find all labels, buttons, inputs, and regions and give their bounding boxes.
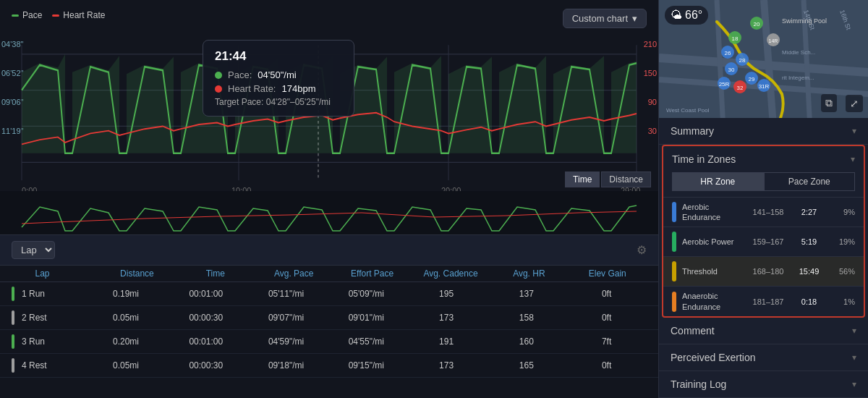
summary-chevron: ▾ — [852, 126, 856, 136]
zones-label: Time in Zones — [672, 153, 736, 165]
tooltip-hr-label: Heart Rate: — [228, 83, 276, 94]
tooltip-time: 21:44 — [215, 49, 342, 64]
tooltip-pace-label: Pace: — [228, 69, 252, 80]
training-log-header[interactable]: Training Log ▾ — [659, 371, 868, 397]
tooltip-hr-dot — [215, 85, 222, 93]
pace-legend: Pace — [12, 10, 42, 20]
perceived-exertion-label: Perceived Exertion — [671, 352, 756, 363]
time-distance-controls: Time Distance — [565, 172, 651, 187]
temperature-badge: 🌤 66° — [665, 6, 708, 25]
chart-area: Pace Heart Rate Custom chart ▾ 04'38" 06… — [0, 0, 658, 235]
hr-legend-color — [52, 14, 59, 17]
perceived-exertion-section: Perceived Exertion ▾ — [659, 344, 868, 371]
zone-row: Threshold 168–180 15:49 56% — [663, 256, 864, 286]
col-avg-pace: Avg. Pace — [255, 268, 333, 279]
col-effort-pace: Effort Pace — [333, 268, 411, 279]
chart-legend: Pace Heart Rate — [12, 10, 105, 20]
time-in-zones-section: Time in Zones ▾ HR Zone Pace Zone Aerobi… — [662, 145, 865, 318]
training-log-label: Training Log — [671, 378, 726, 390]
svg-text:32: 32 — [737, 85, 744, 91]
time-button[interactable]: Time — [565, 172, 600, 187]
chevron-down-icon: ▾ — [632, 13, 637, 24]
svg-text:31R: 31R — [759, 83, 770, 90]
zones-section-header[interactable]: Time in Zones ▾ — [663, 146, 864, 172]
comment-label: Comment — [671, 325, 715, 336]
table-header: Lap ⚙ — [0, 235, 658, 266]
pace-legend-color — [12, 14, 19, 17]
table-row[interactable]: 1 Run 0.19mi 00:01:00 05'11"/mi 05'09"/m… — [0, 282, 658, 306]
tooltip-pace-row: Pace: 04'50"/mi — [215, 69, 342, 80]
right-panel: 16th St 14th St Middle Sch... rit Intege… — [658, 0, 868, 398]
training-log-section: Training Log ▾ — [659, 371, 868, 398]
comment-chevron: ▾ — [852, 326, 856, 336]
table-row[interactable]: 3 Run 0.20mi 00:01:00 04'59"/mi 04'55"/m… — [0, 330, 658, 354]
perceived-exertion-header[interactable]: Perceived Exertion ▾ — [659, 344, 868, 371]
svg-text:rit Integem...: rit Integem... — [782, 75, 814, 81]
left-panel: Pace Heart Rate Custom chart ▾ 04'38" 06… — [0, 0, 658, 398]
table-row[interactable]: 4 Rest 0.05mi 00:00:30 09'18"/mi 09'15"/… — [0, 354, 658, 378]
tooltip-hr-value: 174bpm — [281, 83, 315, 94]
map-layers-button[interactable]: ⧉ — [821, 94, 837, 112]
zone-row: Aerobic Endurance 141–158 2:27 9% — [663, 197, 864, 227]
col-avg-hr: Avg. HR — [490, 268, 568, 279]
summary-label: Summary — [671, 125, 714, 137]
tooltip-target-value: 04'28"–05'25"/mi — [266, 97, 331, 107]
custom-chart-label: Custom chart — [572, 13, 628, 24]
table-row[interactable]: 2 Rest 0.05mi 00:00:30 09'07"/mi 09'01"/… — [0, 306, 658, 330]
lap-select[interactable]: Lap — [12, 241, 55, 259]
col-avg-cadence: Avg. Cadence — [412, 268, 490, 279]
mini-chart-svg — [0, 191, 658, 234]
mini-chart-area — [0, 191, 658, 234]
col-time: Time — [176, 268, 255, 279]
svg-text:Middle Sch...: Middle Sch... — [782, 49, 815, 56]
tooltip-hr-row: Heart Rate: 174bpm — [215, 83, 342, 94]
col-lap: Lap — [35, 268, 98, 279]
chart-tooltip: 21:44 Pace: 04'50"/mi Heart Rate: 174bpm… — [203, 40, 354, 117]
svg-text:26: 26 — [725, 50, 731, 56]
weather-icon: 🌤 — [671, 9, 682, 22]
summary-header[interactable]: Summary ▾ — [659, 118, 868, 144]
hr-zone-tab[interactable]: HR Zone — [672, 172, 764, 191]
svg-text:West Coast Pool: West Coast Pool — [666, 107, 710, 114]
zones-chevron: ▾ — [851, 154, 855, 164]
zone-row: Aerobic Power 159–167 5:19 19% — [663, 226, 864, 256]
svg-text:25R: 25R — [719, 81, 730, 88]
col-elev-gain: Elev Gain — [569, 268, 647, 279]
perceived-exertion-chevron: ▾ — [852, 352, 856, 363]
table-rows-container: 1 Run 0.19mi 00:01:00 05'11"/mi 05'09"/m… — [0, 282, 658, 378]
comment-section: Comment ▾ — [659, 318, 868, 344]
hr-legend: Heart Rate — [52, 10, 105, 20]
hr-legend-label: Heart Rate — [63, 10, 105, 20]
training-log-chevron: ▾ — [852, 379, 856, 389]
comment-header[interactable]: Comment ▾ — [659, 318, 868, 344]
zone-row: Anaerobic Endurance 181–187 0:18 1% — [663, 286, 864, 316]
tooltip-pace-value: 04'50"/mi — [258, 69, 296, 80]
table-columns: Lap Distance Time Avg. Pace Effort Pace … — [0, 266, 658, 282]
summary-section: Summary ▾ — [659, 118, 868, 145]
svg-text:28: 28 — [739, 57, 746, 64]
temperature-value: 66° — [685, 9, 702, 22]
tooltip-pace-dot — [215, 72, 222, 79]
zone-rows-container: Aerobic Endurance 141–158 2:27 9% Aerobi… — [663, 197, 864, 316]
svg-text:14R: 14R — [769, 38, 778, 43]
custom-chart-button[interactable]: Custom chart ▾ — [563, 9, 647, 28]
pace-zone-tab[interactable]: Pace Zone — [764, 172, 856, 191]
zone-tabs: HR Zone Pace Zone — [672, 172, 855, 191]
distance-button[interactable]: Distance — [601, 172, 651, 187]
col-indicator — [12, 268, 35, 279]
settings-icon[interactable]: ⚙ — [637, 243, 647, 257]
svg-text:18: 18 — [732, 35, 739, 42]
map-area: 16th St 14th St Middle Sch... rit Intege… — [659, 0, 868, 118]
svg-text:Swimming Pool: Swimming Pool — [782, 17, 827, 25]
svg-text:20: 20 — [754, 21, 760, 27]
tooltip-target: Target Pace: 04'28"–05'25"/mi — [215, 97, 342, 107]
svg-text:30: 30 — [728, 67, 735, 73]
pace-legend-label: Pace — [22, 10, 42, 20]
table-area: Lap ⚙ Lap Distance Time Avg. Pace Effort… — [0, 235, 658, 398]
svg-text:29: 29 — [749, 76, 755, 82]
col-distance: Distance — [98, 268, 176, 279]
map-expand-button[interactable]: ⤢ — [846, 95, 863, 112]
